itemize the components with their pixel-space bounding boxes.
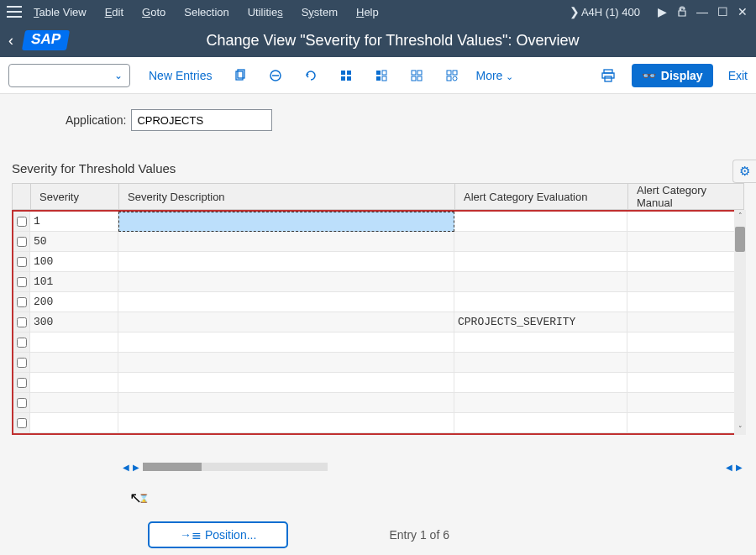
- col-severity[interactable]: Severity: [31, 184, 119, 209]
- menu-table-view[interactable]: Table View: [34, 6, 87, 18]
- more-button[interactable]: More ⌄: [475, 69, 513, 82]
- row-checkbox-cell[interactable]: [13, 292, 30, 312]
- row-checkbox[interactable]: [17, 338, 27, 348]
- hamburger-icon[interactable]: [7, 6, 22, 18]
- cell-evaluation[interactable]: [454, 413, 627, 433]
- unlock-icon[interactable]: [675, 5, 689, 18]
- menu-help[interactable]: Help: [356, 6, 379, 18]
- menu-selection[interactable]: Selection: [184, 6, 228, 18]
- cell-severity[interactable]: [30, 332, 118, 353]
- cell-description[interactable]: [118, 312, 454, 332]
- cell-evaluation[interactable]: [454, 332, 627, 353]
- cell-description[interactable]: [118, 252, 454, 272]
- table-row[interactable]: 200: [13, 292, 743, 312]
- row-checkbox[interactable]: [17, 237, 27, 247]
- close-icon[interactable]: ✕: [736, 5, 749, 18]
- menu-system[interactable]: System: [302, 6, 338, 18]
- table-row[interactable]: [13, 353, 743, 373]
- row-checkbox-cell[interactable]: [13, 232, 30, 252]
- row-checkbox[interactable]: [17, 217, 27, 227]
- cell-description[interactable]: [118, 212, 454, 232]
- cell-manual[interactable]: [627, 272, 743, 292]
- cell-manual[interactable]: [627, 413, 743, 433]
- back-button[interactable]: ‹: [8, 32, 13, 50]
- table-row[interactable]: [13, 332, 743, 353]
- config-icon[interactable]: [440, 64, 464, 87]
- cell-severity[interactable]: [30, 353, 118, 373]
- table-row[interactable]: [13, 393, 743, 413]
- table-row[interactable]: 50: [13, 232, 743, 252]
- cell-description[interactable]: [118, 232, 454, 252]
- cell-manual[interactable]: [627, 332, 743, 353]
- cell-severity[interactable]: [30, 393, 118, 413]
- application-field[interactable]: [131, 109, 272, 131]
- row-checkbox-cell[interactable]: [13, 413, 30, 433]
- deselect-all-icon[interactable]: [405, 64, 428, 87]
- cell-description[interactable]: [118, 413, 454, 433]
- cell-severity[interactable]: 200: [30, 292, 118, 312]
- cell-description[interactable]: [118, 332, 454, 353]
- row-checkbox-cell[interactable]: [13, 393, 30, 413]
- cell-evaluation[interactable]: [454, 272, 627, 292]
- cell-evaluation[interactable]: [454, 393, 627, 413]
- row-checkbox-cell[interactable]: [13, 252, 30, 272]
- row-checkbox-cell[interactable]: [13, 332, 30, 353]
- cell-description[interactable]: [118, 292, 454, 312]
- cell-manual[interactable]: [627, 232, 743, 252]
- table-row[interactable]: [13, 373, 743, 393]
- col-manual[interactable]: Alert Category Manual: [628, 184, 743, 209]
- col-evaluation[interactable]: Alert Category Evaluation: [455, 184, 628, 209]
- table-row[interactable]: [13, 413, 743, 433]
- chevron-right-icon[interactable]: ❯: [568, 5, 581, 18]
- cell-manual[interactable]: [627, 312, 743, 332]
- hscroll-left2-icon[interactable]: ◀: [724, 463, 734, 472]
- play-icon[interactable]: ▶: [655, 5, 669, 18]
- menu-edit[interactable]: Edit: [105, 6, 123, 18]
- cell-description[interactable]: [118, 373, 454, 393]
- cell-evaluation[interactable]: [454, 232, 627, 252]
- cell-manual[interactable]: [627, 373, 743, 393]
- cell-manual[interactable]: [627, 393, 743, 413]
- col-description[interactable]: Severity Description: [119, 184, 455, 209]
- row-checkbox-cell[interactable]: [13, 373, 30, 393]
- row-checkbox[interactable]: [17, 297, 27, 307]
- exit-button[interactable]: Exit: [728, 69, 748, 82]
- row-checkbox[interactable]: [17, 358, 27, 368]
- minimize-icon[interactable]: —: [696, 5, 709, 18]
- table-row[interactable]: 101: [13, 272, 743, 292]
- row-checkbox[interactable]: [17, 398, 27, 408]
- vertical-scrollbar[interactable]: ˄ ˅: [734, 210, 746, 435]
- select-block-icon[interactable]: [370, 64, 393, 87]
- copy-icon[interactable]: [228, 64, 252, 87]
- cell-description[interactable]: [118, 272, 454, 292]
- cell-evaluation[interactable]: [454, 373, 627, 393]
- cell-manual[interactable]: [627, 212, 743, 232]
- table-row[interactable]: 1: [13, 212, 743, 232]
- cell-severity[interactable]: [30, 373, 118, 393]
- cell-manual[interactable]: [627, 353, 743, 373]
- cell-evaluation[interactable]: [454, 212, 627, 232]
- cell-severity[interactable]: 101: [30, 272, 118, 292]
- maximize-icon[interactable]: ☐: [716, 5, 729, 18]
- row-checkbox-cell[interactable]: [13, 272, 30, 292]
- row-checkbox-cell[interactable]: [13, 312, 30, 332]
- undo-icon[interactable]: [299, 64, 323, 87]
- cell-description[interactable]: [118, 393, 454, 413]
- hscroll-thumb[interactable]: [143, 463, 202, 471]
- menu-goto[interactable]: Goto: [142, 6, 165, 18]
- new-entries-button[interactable]: New Entries: [149, 69, 212, 82]
- table-settings-button[interactable]: ⚙: [732, 160, 756, 183]
- delete-icon[interactable]: [264, 64, 287, 87]
- table-row[interactable]: 300CPROJECTS_SEVERITY: [13, 312, 743, 332]
- print-icon[interactable]: [596, 64, 620, 87]
- select-all-icon[interactable]: [334, 64, 358, 87]
- hscroll-track[interactable]: [143, 463, 328, 471]
- row-checkbox[interactable]: [17, 257, 27, 267]
- scroll-down-icon[interactable]: ˅: [734, 423, 746, 435]
- display-button[interactable]: 👓Display: [632, 64, 713, 87]
- cell-evaluation[interactable]: [454, 252, 627, 272]
- cell-manual[interactable]: [627, 292, 743, 312]
- hscroll-left-icon[interactable]: ◀: [121, 463, 131, 472]
- row-checkbox[interactable]: [17, 378, 27, 388]
- cell-evaluation[interactable]: CPROJECTS_SEVERITY: [454, 312, 627, 332]
